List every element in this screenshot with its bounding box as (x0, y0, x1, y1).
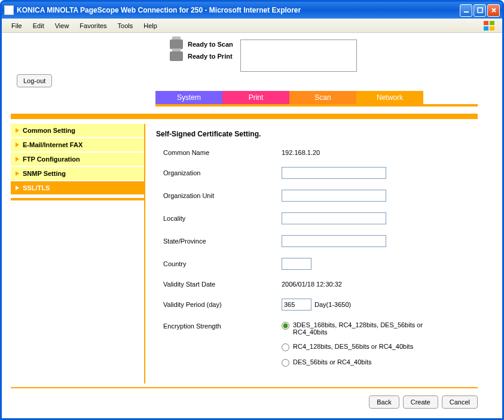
row-country: Country (156, 258, 467, 270)
label-country: Country (156, 260, 282, 267)
sidebar-item-email-internet-fax[interactable]: E-Mail/Internet FAX (11, 138, 144, 151)
label-validity-start: Validity Start Date (156, 281, 282, 288)
svg-rect-4 (484, 26, 488, 31)
sidebar-item-ssl-tls[interactable]: SSL/TLS (11, 181, 144, 194)
row-organization: Organization (156, 167, 467, 179)
status-scan-text: Ready to Scan (188, 41, 233, 48)
value-validity-start: 2006/01/18 12:30:32 (282, 281, 467, 288)
svg-rect-2 (484, 21, 488, 25)
orange-divider (11, 114, 478, 119)
sidebar-divider (11, 198, 144, 200)
radio-encryption-0[interactable]: 3DES_168bits, RC4_128bits, DES_56bits or… (282, 321, 443, 336)
windows-logo-icon (483, 20, 495, 31)
radio-label-encryption-1: RC4_128bits, DES_56bits or RC4_40bits (293, 343, 413, 350)
svg-rect-5 (490, 26, 494, 31)
window-title: KONICA MINOLTA PageScope Web Connection … (17, 6, 460, 14)
sidebar-item-common-setting[interactable]: Common Setting (11, 124, 144, 137)
menu-help[interactable]: Help (139, 21, 162, 31)
bottom-divider (11, 387, 478, 388)
label-organization: Organization (156, 169, 282, 176)
radio-input-encryption-0[interactable] (282, 322, 289, 330)
radio-encryption-1[interactable]: RC4_128bits, DES_56bits or RC4_40bits (282, 343, 443, 351)
row-common-name: Common Name 192.168.1.20 (156, 149, 467, 156)
back-button[interactable]: Back (369, 395, 399, 409)
section-title: Self-Signed Certificate Setting. (156, 130, 467, 138)
triangle-icon (16, 142, 19, 147)
menubar: File Edit View Favorites Tools Help (2, 19, 502, 33)
radio-input-encryption-2[interactable] (282, 359, 289, 367)
input-organization[interactable] (282, 167, 386, 179)
row-state: State/Province (156, 235, 467, 247)
row-validity-start: Validity Start Date 2006/01/18 12:30:32 (156, 281, 467, 288)
value-common-name: 192.168.1.20 (282, 149, 467, 156)
menu-view[interactable]: View (50, 21, 74, 31)
label-state: State/Province (156, 238, 282, 245)
label-validity-period: Validity Period (day) (156, 301, 282, 308)
input-country[interactable] (282, 258, 311, 270)
sidebar-item-label: Common Setting (23, 127, 75, 134)
radio-label-encryption-0: 3DES_168bits, RC4_128bits, DES_56bits or… (293, 321, 443, 336)
logout-button[interactable]: Log-out (17, 74, 52, 87)
menu-tools[interactable]: Tools (113, 21, 138, 31)
radio-label-encryption-2: DES_56bits or RC4_40bits (293, 358, 371, 366)
menu-favorites[interactable]: Favorites (75, 21, 111, 31)
close-button[interactable] (487, 4, 500, 17)
label-locality: Locality (156, 215, 282, 222)
sidebar-item-snmp-setting[interactable]: SNMP Setting (11, 167, 144, 180)
svg-rect-1 (478, 8, 482, 13)
tab-system[interactable]: System (155, 91, 222, 104)
row-encryption-strength: Encryption Strength 3DES_168bits, RC4_12… (156, 321, 467, 367)
button-row: Back Create Cancel (2, 395, 478, 409)
triangle-icon (16, 171, 19, 176)
tab-network[interactable]: Network (356, 91, 423, 104)
status-display-box (240, 39, 357, 72)
input-organization-unit[interactable] (282, 190, 386, 202)
menu-file[interactable]: File (7, 21, 27, 31)
maximize-button[interactable] (474, 4, 486, 17)
create-button[interactable]: Create (403, 395, 438, 409)
input-locality[interactable] (282, 212, 386, 224)
ie-icon (4, 5, 14, 15)
window-controls (460, 4, 500, 17)
radio-encryption-2[interactable]: DES_56bits or RC4_40bits (282, 358, 443, 367)
tab-scan[interactable]: Scan (289, 91, 356, 104)
menu-edit[interactable]: Edit (28, 21, 49, 31)
scanner-icon (170, 39, 183, 49)
triangle-icon (16, 157, 19, 162)
sidebar-item-label: FTP Configuration (23, 156, 80, 163)
input-validity-period[interactable] (282, 299, 311, 311)
status-print: Ready to Print (170, 51, 233, 61)
label-encryption-strength: Encryption Strength (156, 321, 282, 330)
label-common-name: Common Name (156, 149, 282, 156)
triangle-icon (16, 185, 19, 190)
form-area: Self-Signed Certificate Setting. Common … (145, 124, 478, 384)
svg-rect-0 (464, 11, 469, 13)
tab-print[interactable]: Print (222, 91, 289, 104)
sidebar-item-label: SSL/TLS (23, 184, 50, 191)
input-state[interactable] (282, 235, 386, 247)
cancel-button[interactable]: Cancel (442, 395, 478, 409)
titlebar: KONICA MINOLTA PageScope Web Connection … (2, 2, 502, 19)
row-organization-unit: Organization Unit (156, 190, 467, 202)
status-scan: Ready to Scan (170, 39, 233, 49)
svg-rect-3 (490, 21, 494, 25)
validity-period-hint: Day(1-3650) (314, 301, 351, 308)
main-tabs: System Print Scan Network (155, 91, 478, 106)
sidebar-item-label: E-Mail/Internet FAX (23, 141, 83, 148)
status-row: Ready to Scan Ready to Print (170, 39, 502, 72)
label-organization-unit: Organization Unit (156, 192, 282, 199)
minimize-button[interactable] (460, 4, 472, 17)
row-validity-period: Validity Period (day) Day(1-3650) (156, 299, 467, 311)
status-print-text: Ready to Print (188, 53, 233, 60)
radio-input-encryption-1[interactable] (282, 343, 289, 351)
sidebar: Common Setting E-Mail/Internet FAX FTP C… (11, 124, 145, 384)
sidebar-item-label: SNMP Setting (23, 170, 66, 177)
sidebar-item-ftp-configuration[interactable]: FTP Configuration (11, 153, 144, 166)
printer-icon (170, 51, 183, 61)
triangle-icon (16, 128, 19, 133)
row-locality: Locality (156, 212, 467, 224)
